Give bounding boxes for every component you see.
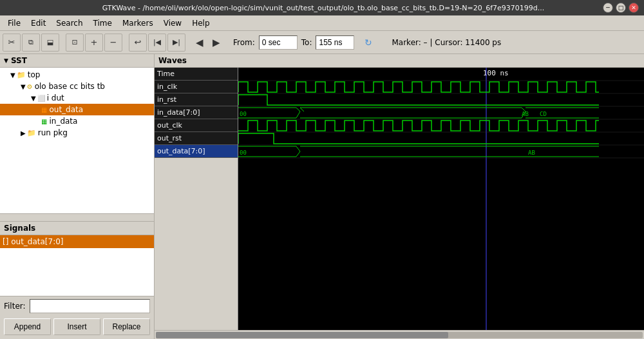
signal-item-out-data[interactable]: [] out_data[7:0] <box>0 235 154 248</box>
horizontal-scrollbar[interactable] <box>155 330 644 339</box>
tree-item-top[interactable]: ▼ 📁 top <box>0 69 154 81</box>
sst-tree[interactable]: ▼ 📁 top ▼ ⚙ olo base cc bits tb <box>0 68 154 213</box>
sst-title: SST <box>11 56 27 65</box>
toolbar: ✂ ⧉ ⬓ ⊡ + − ↩ |◀ ▶| ◀ ▶ From: To: ↻ Mark… <box>0 31 644 54</box>
filter-row: Filter: <box>0 296 154 316</box>
paste-button[interactable]: ⬓ <box>41 34 59 52</box>
zoom-in-button[interactable]: + <box>85 34 103 52</box>
title-bar-text: GTKWave - /home/oli/work/olo/open-logic/… <box>44 4 603 12</box>
window-controls: ─ □ ✕ <box>603 3 639 13</box>
undo-button[interactable]: ↩ <box>129 34 147 52</box>
menu-search[interactable]: Search <box>51 17 88 29</box>
copy-button[interactable]: ⧉ <box>22 34 40 52</box>
sst-header: ▼ SST <box>0 54 154 68</box>
signals-header: Signals <box>0 222 154 235</box>
close-button[interactable]: ✕ <box>629 3 639 13</box>
menu-file[interactable]: File <box>3 17 26 29</box>
svg-text:00: 00 <box>240 150 247 156</box>
action-buttons: Append Insert Replace <box>0 316 154 339</box>
svg-rect-0 <box>238 68 644 330</box>
svg-text:100 ns: 100 ns <box>483 69 509 77</box>
menu-markers[interactable]: Markers <box>117 17 158 29</box>
prev-edge-button[interactable]: ◀ <box>192 35 207 50</box>
left-panel: ▼ SST ▼ 📁 top ▼ ⚙ olo base cc bits tb <box>0 54 155 339</box>
svg-text:CD: CD <box>540 111 547 117</box>
menu-view[interactable]: View <box>158 17 187 29</box>
begin-button[interactable]: |◀ <box>148 34 166 52</box>
signals-column: Time in_clk in_rst in_data[7:0] out_clk … <box>155 68 238 330</box>
maximize-button[interactable]: □ <box>616 3 626 13</box>
wave-label-in-data[interactable]: in_data[7:0] <box>155 106 238 119</box>
zoom-out-button[interactable]: − <box>104 34 122 52</box>
refresh-button[interactable]: ↻ <box>361 35 376 50</box>
filter-input[interactable] <box>30 299 150 313</box>
to-input[interactable] <box>316 35 354 50</box>
marker-cursor-info: Marker: – | Cursor: 11400 ps <box>386 38 506 47</box>
cut-button[interactable]: ✂ <box>3 34 21 52</box>
from-label: From: <box>231 38 258 47</box>
waves-header: Waves <box>155 54 644 68</box>
sst-section: ▼ SST ▼ 📁 top ▼ ⚙ olo base cc bits tb <box>0 54 154 222</box>
signals-list[interactable]: [] out_data[7:0] <box>0 235 154 296</box>
to-label: To: <box>299 38 315 47</box>
wave-label-in-clk[interactable]: in_clk <box>155 81 238 93</box>
menu-edit[interactable]: Edit <box>26 17 51 29</box>
append-button[interactable]: Append <box>4 318 51 335</box>
svg-text:AB: AB <box>528 150 535 156</box>
tree-item-run-pkg[interactable]: ▶ 📁 run pkg <box>0 127 154 139</box>
menu-bar: File Edit Search Time Markers View Help <box>0 15 644 31</box>
right-panel: Waves Time in_clk in_rst in_data[7:0] ou… <box>155 54 644 339</box>
tree-item-tb[interactable]: ▼ ⚙ olo base cc bits tb <box>0 81 154 92</box>
wave-label-out-rst[interactable]: out_rst <box>155 132 238 145</box>
minimize-button[interactable]: ─ <box>603 3 613 13</box>
replace-button[interactable]: Replace <box>103 318 150 335</box>
tree-item-in-data[interactable]: ▦ in_data <box>0 115 154 127</box>
insert-button[interactable]: Insert <box>53 318 100 335</box>
next-edge-button[interactable]: ▶ <box>209 35 224 50</box>
filter-label: Filter: <box>4 302 26 311</box>
wave-label-in-rst[interactable]: in_rst <box>155 93 238 106</box>
sst-scrollbar[interactable] <box>0 213 154 221</box>
waveform-svg: 100 ns <box>238 68 644 330</box>
waveform-canvas[interactable]: 100 ns <box>238 68 644 330</box>
menu-help[interactable]: Help <box>187 17 214 29</box>
tree-item-idut[interactable]: ▼ ⬜ i dut <box>0 92 154 104</box>
svg-text:00: 00 <box>240 111 247 117</box>
from-input[interactable] <box>259 35 298 50</box>
wave-label-out-clk[interactable]: out_clk <box>155 119 238 132</box>
main-area: ▼ SST ▼ 📁 top ▼ ⚙ olo base cc bits tb <box>0 54 644 339</box>
end-button[interactable]: ▶| <box>167 34 185 52</box>
signals-section: Signals [] out_data[7:0] <box>0 222 154 296</box>
zoom-fit-button[interactable]: ⊡ <box>66 34 84 52</box>
menu-time[interactable]: Time <box>88 17 117 29</box>
tree-item-out-data[interactable]: ▦ out_data <box>0 104 154 115</box>
wave-label-out-data[interactable]: out_data[7:0] <box>155 145 238 158</box>
wave-label-time[interactable]: Time <box>155 68 238 81</box>
waves-area: Time in_clk in_rst in_data[7:0] out_clk … <box>155 68 644 330</box>
title-bar: GTKWave - /home/oli/work/olo/open-logic/… <box>0 0 644 15</box>
